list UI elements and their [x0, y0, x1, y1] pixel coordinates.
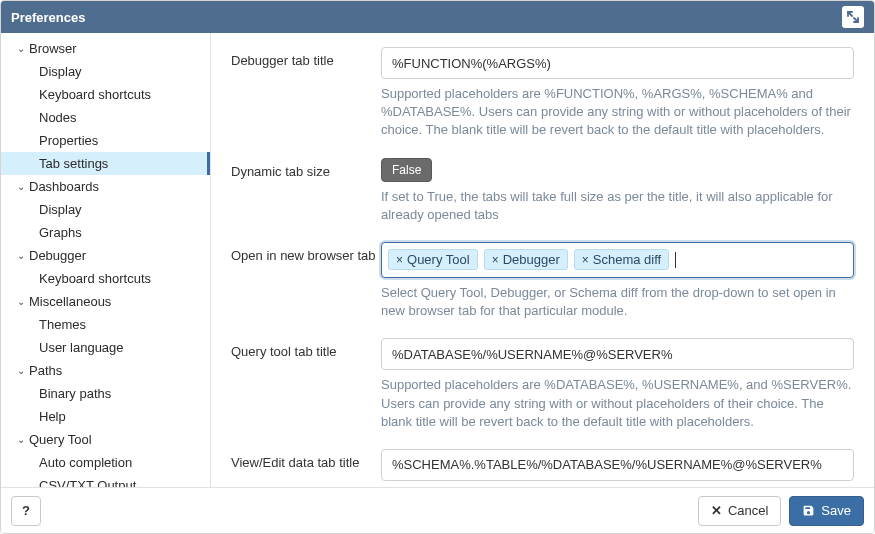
tree-item[interactable]: Properties — [1, 129, 210, 152]
tree-item[interactable]: User language — [1, 336, 210, 359]
tree-item[interactable]: Display — [1, 198, 210, 221]
titlebar: Preferences — [1, 1, 874, 33]
chevron-down-icon: ⌄ — [17, 296, 27, 307]
tree-item[interactable]: Themes — [1, 313, 210, 336]
help-open-in-new-tab: Select Query Tool, Debugger, or Schema d… — [381, 284, 854, 320]
label-debugger-tab-title: Debugger tab title — [231, 47, 381, 140]
chevron-down-icon: ⌄ — [17, 43, 27, 54]
tree-group-label: Paths — [29, 363, 62, 378]
tree-item[interactable]: CSV/TXT Output — [1, 474, 210, 487]
chevron-down-icon: ⌄ — [17, 250, 27, 261]
text-cursor — [675, 252, 676, 268]
tree-item[interactable]: Auto completion — [1, 451, 210, 474]
input-query-tool-tab-title[interactable] — [381, 338, 854, 370]
field-dynamic-tab-size: Dynamic tab size False If set to True, t… — [231, 158, 854, 224]
save-label: Save — [821, 503, 851, 518]
tree-group-label: Debugger — [29, 248, 86, 263]
label-view-edit-tab-title: View/Edit data tab title — [231, 449, 381, 487]
tree-item[interactable]: Graphs — [1, 221, 210, 244]
help-button[interactable]: ? — [11, 496, 41, 526]
tree-group[interactable]: ⌄Miscellaneous — [1, 290, 210, 313]
remove-tag-icon[interactable]: × — [582, 253, 589, 267]
dialog-footer: ? ✕ Cancel Save — [1, 487, 874, 533]
tree-group[interactable]: ⌄Paths — [1, 359, 210, 382]
save-button[interactable]: Save — [789, 496, 864, 526]
help-query-tool-tab-title: Supported placeholders are %DATABASE%, %… — [381, 376, 854, 431]
cancel-label: Cancel — [728, 503, 768, 518]
tag-label: Debugger — [503, 252, 560, 267]
tree-item[interactable]: Help — [1, 405, 210, 428]
label-query-tool-tab-title: Query tool tab title — [231, 338, 381, 431]
remove-tag-icon[interactable]: × — [396, 253, 403, 267]
tag-label: Query Tool — [407, 252, 470, 267]
tree-group-label: Miscellaneous — [29, 294, 111, 309]
tree-group-label: Query Tool — [29, 432, 92, 447]
window-title: Preferences — [11, 10, 85, 25]
tag[interactable]: ×Schema diff — [574, 249, 669, 270]
multiselect-open-in-new-tab[interactable]: ×Query Tool×Debugger×Schema diff — [381, 242, 854, 278]
tree-item[interactable]: Tab settings — [1, 152, 210, 175]
content-area: ⌄BrowserDisplayKeyboard shortcutsNodesPr… — [1, 33, 874, 487]
field-open-in-new-tab: Open in new browser tab ×Query Tool×Debu… — [231, 242, 854, 320]
tree-item[interactable]: Keyboard shortcuts — [1, 267, 210, 290]
field-debugger-tab-title: Debugger tab title Supported placeholder… — [231, 47, 854, 140]
tag-label: Schema diff — [593, 252, 661, 267]
tree-item[interactable]: Display — [1, 60, 210, 83]
input-view-edit-tab-title[interactable] — [381, 449, 854, 481]
input-debugger-tab-title[interactable] — [381, 47, 854, 79]
expand-button[interactable] — [842, 6, 864, 28]
tag[interactable]: ×Query Tool — [388, 249, 478, 270]
label-dynamic-tab-size: Dynamic tab size — [231, 158, 381, 224]
chevron-down-icon: ⌄ — [17, 365, 27, 376]
tree-group[interactable]: ⌄Dashboards — [1, 175, 210, 198]
field-view-edit-tab-title: View/Edit data tab title Supported place… — [231, 449, 854, 487]
tree-group[interactable]: ⌄Debugger — [1, 244, 210, 267]
field-query-tool-tab-title: Query tool tab title Supported placehold… — [231, 338, 854, 431]
help-dynamic-tab-size: If set to True, the tabs will take full … — [381, 188, 854, 224]
expand-icon — [847, 11, 859, 23]
settings-panel[interactable]: Debugger tab title Supported placeholder… — [211, 33, 874, 487]
help-debugger-tab-title: Supported placeholders are %FUNCTION%, %… — [381, 85, 854, 140]
tree-item[interactable]: Nodes — [1, 106, 210, 129]
tree-item[interactable]: Binary paths — [1, 382, 210, 405]
help-icon: ? — [22, 503, 30, 518]
tree-item[interactable]: Keyboard shortcuts — [1, 83, 210, 106]
chevron-down-icon: ⌄ — [17, 434, 27, 445]
tree-group[interactable]: ⌄Query Tool — [1, 428, 210, 451]
toggle-dynamic-tab-size[interactable]: False — [381, 158, 432, 182]
label-open-in-new-tab: Open in new browser tab — [231, 242, 381, 320]
cancel-button[interactable]: ✕ Cancel — [698, 496, 781, 526]
preferences-tree[interactable]: ⌄BrowserDisplayKeyboard shortcutsNodesPr… — [1, 33, 211, 487]
remove-tag-icon[interactable]: × — [492, 253, 499, 267]
save-icon — [802, 504, 815, 517]
chevron-down-icon: ⌄ — [17, 181, 27, 192]
tag[interactable]: ×Debugger — [484, 249, 568, 270]
tree-group-label: Browser — [29, 41, 77, 56]
tree-group-label: Dashboards — [29, 179, 99, 194]
tree-group[interactable]: ⌄Browser — [1, 37, 210, 60]
close-icon: ✕ — [711, 503, 722, 518]
